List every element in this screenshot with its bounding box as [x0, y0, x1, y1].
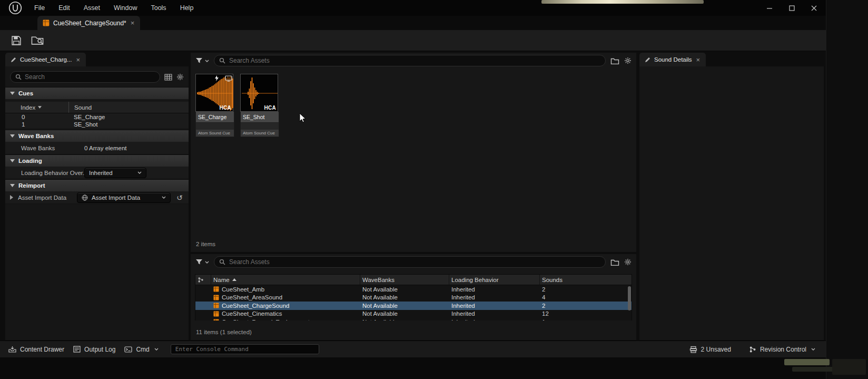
- section-wavebanks-label: Wave Banks: [18, 133, 54, 139]
- list-browser-toolbar: [191, 254, 636, 270]
- content-drawer-button[interactable]: Content Drawer: [8, 346, 64, 353]
- filter-button[interactable]: [195, 57, 209, 64]
- index-sort-icon: [38, 106, 42, 109]
- save-icon: [11, 35, 22, 46]
- cuesheet-icon: [213, 295, 219, 300]
- asset-tiles: HCA SE_Charge Atom Sound Cue HCA: [191, 69, 636, 137]
- cue-row[interactable]: 1 SE_Shot: [5, 121, 189, 128]
- menu-window[interactable]: Window: [107, 0, 144, 16]
- row-name: CueSheet_Cinematics: [222, 310, 282, 317]
- reset-to-default-icon[interactable]: ↺: [176, 194, 183, 201]
- doc-tab-label: CueSheet_ChargeSound*: [53, 20, 126, 27]
- asset-import-data-dropdown[interactable]: Asset Import Data: [77, 192, 171, 203]
- cue-col-index[interactable]: Index: [5, 102, 68, 113]
- save-button[interactable]: [11, 35, 22, 46]
- asset-tile-se-charge[interactable]: HCA SE_Charge Atom Sound Cue: [195, 74, 234, 137]
- asset-row[interactable]: CueSheet_AreaSound Not Available Inherit…: [195, 294, 632, 302]
- cue-col-sound[interactable]: Sound: [68, 102, 189, 113]
- menu-help[interactable]: Help: [173, 0, 201, 16]
- chevron-down-icon: [162, 196, 166, 199]
- waveform-thumbnail: HCA: [195, 74, 233, 112]
- close-icon: [811, 5, 817, 11]
- view-settings-gear-icon[interactable]: [624, 258, 632, 266]
- content-drawer-icon: [8, 346, 16, 353]
- column-header-sounds[interactable]: Sounds: [540, 275, 632, 285]
- section-reimport-header[interactable]: Reimport: [5, 179, 189, 191]
- asset-editor-toolbar: [0, 30, 826, 51]
- chevron-down-icon: [205, 60, 209, 62]
- minimize-button[interactable]: [758, 0, 781, 16]
- cuesheet-icon: [213, 303, 219, 308]
- asset-import-data-value: Asset Import Data: [92, 195, 140, 201]
- unreal-editor-window: File Edit Asset Window Tools Help CueShe…: [0, 0, 826, 357]
- column-header-wavebanks[interactable]: WaveBanks: [360, 275, 449, 285]
- tab-cuesheet-chargesound[interactable]: CueSheet_ChargeSound* ×: [37, 16, 140, 30]
- details-search-row: [5, 66, 189, 87]
- section-cues-label: Cues: [18, 90, 33, 96]
- details-search-input[interactable]: [25, 73, 155, 81]
- expander-right-icon[interactable]: [10, 195, 13, 200]
- revision-control-dropdown[interactable]: Revision Control: [749, 346, 815, 353]
- cue-search-input[interactable]: [229, 57, 600, 64]
- section-wavebanks-header[interactable]: Wave Banks: [5, 130, 189, 142]
- details-settings-gear-icon[interactable]: [176, 73, 184, 81]
- column-header-name[interactable]: Name: [211, 275, 360, 285]
- console-command-input[interactable]: [171, 344, 319, 354]
- menu-file[interactable]: File: [27, 0, 52, 16]
- close-button[interactable]: [803, 0, 825, 16]
- maximize-button[interactable]: [781, 0, 803, 16]
- chevron-down-icon: [10, 159, 15, 162]
- cue-browser-status: 2 items: [191, 241, 636, 252]
- cue-row[interactable]: 0 SE_Charge: [5, 113, 189, 121]
- loading-behavior-row: Loading Behavior Over... Inherited: [5, 167, 189, 179]
- table-scrollbar[interactable]: [628, 286, 631, 310]
- asset-row-selected[interactable]: CueSheet_ChargeSound Not Available Inher…: [195, 302, 632, 310]
- background-window-fragment: [541, 0, 704, 4]
- view-settings-gear-icon[interactable]: [624, 57, 632, 64]
- asset-tile-se-shot[interactable]: HCA SE_Shot Atom Sound Cue: [240, 74, 279, 137]
- row-wavebanks: Not Available: [360, 294, 449, 300]
- table-view-icon[interactable]: [164, 74, 172, 81]
- loading-behavior-dropdown[interactable]: Inherited: [84, 168, 146, 178]
- output-log-button[interactable]: Output Log: [73, 346, 115, 353]
- column-header-loading-behavior[interactable]: Loading Behavior: [449, 275, 540, 285]
- asset-type: Atom Sound Cue: [240, 130, 279, 137]
- menu-edit[interactable]: Edit: [52, 0, 77, 16]
- details-panel-body: Cues Index Sound 0 SE_Charge 1 SE_Shot: [5, 66, 189, 340]
- section-loading-label: Loading: [18, 158, 42, 164]
- section-cues-header[interactable]: Cues: [5, 87, 189, 99]
- menu-tools[interactable]: Tools: [144, 0, 173, 16]
- path-picker-folder-icon[interactable]: [610, 259, 619, 266]
- revision-column-header[interactable]: [195, 275, 211, 285]
- desktop-background-bottom: [0, 357, 826, 379]
- doc-tab-close-button[interactable]: ×: [130, 20, 135, 26]
- menu-asset[interactable]: Asset: [77, 0, 107, 16]
- path-picker-folder-icon[interactable]: [610, 57, 619, 64]
- revision-control-icon: [749, 346, 756, 353]
- cmd-dropdown[interactable]: Cmd: [124, 346, 158, 353]
- status-bar: Content Drawer Output Log Cmd 2 Unsaved: [0, 341, 826, 357]
- row-wavebanks: Not Available: [360, 319, 449, 320]
- sound-details-tab[interactable]: Sound Details ×: [639, 53, 706, 66]
- browse-to-asset-button[interactable]: [31, 35, 44, 45]
- section-loading-header[interactable]: Loading: [5, 154, 189, 167]
- row-sounds: 1: [540, 319, 632, 320]
- filter-button[interactable]: [195, 259, 209, 265]
- loading-behavior-label: Loading Behavior Over...: [21, 170, 84, 176]
- details-panel-close-button[interactable]: ×: [75, 56, 81, 63]
- asset-row[interactable]: CueSheet_Cinematics Not Available Inheri…: [195, 310, 632, 318]
- asset-name: SE_Shot: [240, 112, 279, 123]
- sound-details-close-button[interactable]: ×: [696, 56, 701, 63]
- background-window-fragment: [832, 359, 866, 375]
- asset-row[interactable]: CueSheet_DynamicEnvironment Not Availabl…: [195, 318, 632, 320]
- row-wavebanks: Not Available: [360, 286, 449, 293]
- cuesheet-icon: [213, 286, 219, 292]
- details-panel-tab-label: CueSheet_Charg...: [20, 56, 72, 63]
- list-search-input[interactable]: [229, 258, 600, 266]
- unreal-editor-screen: File Edit Asset Window Tools Help CueShe…: [0, 0, 868, 379]
- asset-row[interactable]: CueSheet_Amb Not Available Inherited 2: [195, 285, 632, 294]
- sound-details-tab-label: Sound Details: [654, 56, 692, 63]
- cuesheet-icon: [213, 319, 219, 320]
- unsaved-badge[interactable]: 2 Unsaved: [689, 346, 731, 353]
- details-panel-tab[interactable]: CueSheet_Charg... ×: [5, 53, 86, 66]
